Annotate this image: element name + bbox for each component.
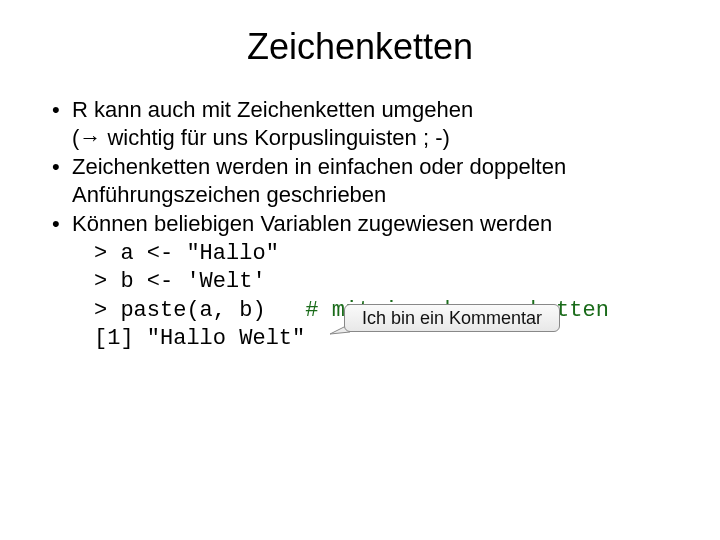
bullet-text: Zeichenketten werden in einfachen oder d… (72, 154, 566, 179)
code-line: > a <- "Hallo" (94, 241, 279, 266)
bullet-item: Zeichenketten werden in einfachen oder d… (50, 153, 670, 208)
slide-title: Zeichenketten (50, 26, 670, 68)
slide: Zeichenketten R kann auch mit Zeichenket… (0, 0, 720, 354)
bullet-text: R kann auch mit Zeichenketten umgehen (72, 97, 473, 122)
bullet-text: Anführungszeichen geschrieben (72, 182, 386, 207)
code-line: [1] "Hallo Welt" (94, 326, 305, 351)
bullet-text: wichtig für uns Korpuslinguisten ; -) (101, 125, 450, 150)
callout-text: Ich bin ein Kommentar (344, 304, 560, 332)
comment-callout: Ich bin ein Kommentar (322, 304, 560, 338)
bullet-item: R kann auch mit Zeichenketten umgehen (→… (50, 96, 670, 151)
code-line: > paste(a, b) (94, 298, 305, 323)
bullet-text: Können beliebigen Variablen zugewiesen w… (72, 211, 552, 236)
code-line: > b <- 'Welt' (94, 269, 266, 294)
arrow-icon: → (79, 125, 101, 150)
